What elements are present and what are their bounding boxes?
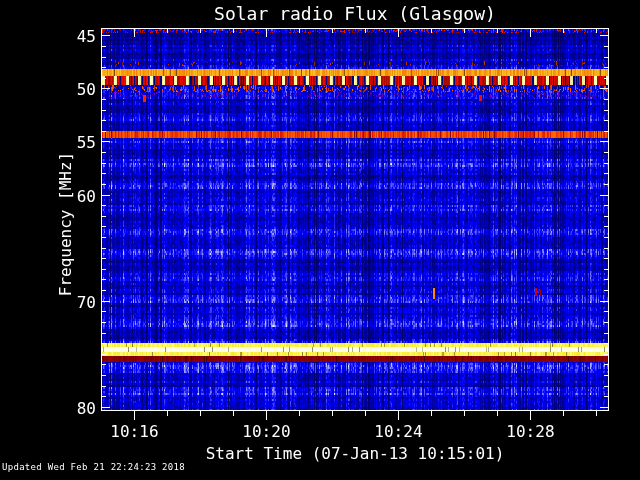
y-tick-label: 55	[58, 133, 96, 152]
solar-radio-flux-plot: Solar radio Flux (Glasgow) Frequency [MH…	[0, 0, 640, 480]
x-tick-label: 10:20	[226, 422, 306, 441]
x-tick-label: 10:16	[94, 422, 174, 441]
y-tick-label: 80	[58, 399, 96, 418]
spectrogram-canvas	[0, 0, 640, 480]
y-tick-label: 45	[58, 27, 96, 46]
x-tick-label: 10:28	[490, 422, 570, 441]
chart-title: Solar radio Flux (Glasgow)	[101, 3, 609, 24]
y-tick-label: 50	[58, 80, 96, 99]
updated-timestamp: Updated Wed Feb 21 22:24:23 2018	[2, 462, 185, 472]
y-tick-label: 70	[58, 293, 96, 312]
x-tick-label: 10:24	[358, 422, 438, 441]
x-axis-label: Start Time (07-Jan-13 10:15:01)	[101, 444, 609, 463]
y-tick-label: 60	[58, 187, 96, 206]
